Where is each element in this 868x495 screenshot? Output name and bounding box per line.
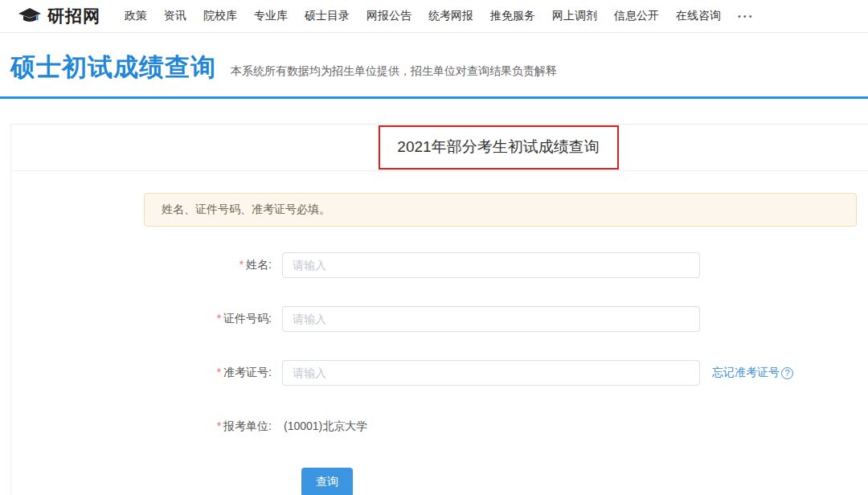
nav-item-major-library[interactable]: 专业库: [254, 9, 288, 23]
required-fields-notice: 姓名、证件号码、准考证号必填。: [144, 193, 857, 227]
page-subtitle: 本系统所有数据均为招生单位提供，招生单位对查询结果负责解释: [231, 64, 557, 79]
nav-menu: 政策 资讯 院校库 专业库 硕士目录 网报公告 统考网报 推免服务 网上调剂 信…: [125, 9, 755, 23]
logo-text: 研招网: [47, 5, 100, 27]
forgot-ticket-link[interactable]: 忘记准考证号 ?: [712, 366, 793, 380]
submit-row: 查询: [11, 468, 868, 495]
page-title: 硕士初试成绩查询: [10, 51, 216, 84]
top-nav-bar: 研招网 政策 资讯 院校库 专业库 硕士目录 网报公告 统考网报 推免服务 网上…: [0, 0, 868, 33]
nav-item-online-adjustment[interactable]: 网上调剂: [552, 9, 597, 23]
nav-item-online-consult[interactable]: 在线咨询: [676, 9, 721, 23]
required-asterisk: *: [217, 366, 221, 378]
panel-title: 2021年部分考生初试成绩查询: [397, 137, 599, 158]
query-panel: 2021年部分考生初试成绩查询 姓名、证件号码、准考证号必填。 *姓名: *证件…: [10, 124, 868, 495]
form-row-id-number: *证件号码:: [11, 306, 868, 332]
nav-item-online-report-notice[interactable]: 网报公告: [366, 9, 411, 23]
nav-item-exempt-service[interactable]: 推免服务: [490, 9, 535, 23]
ticket-number-input[interactable]: [282, 360, 700, 386]
nav-item-unified-exam-report[interactable]: 统考网报: [428, 9, 473, 23]
target-unit-label: *报考单位:: [11, 419, 276, 434]
nav-more-dots-icon[interactable]: •••: [738, 11, 755, 21]
help-circle-icon[interactable]: ?: [781, 367, 793, 379]
required-asterisk: *: [217, 312, 221, 325]
required-asterisk: *: [217, 419, 221, 432]
blue-divider: [0, 96, 868, 99]
site-logo[interactable]: 研招网: [18, 5, 100, 27]
form-row-target-unit: *报考单位: (10001)北京大学: [11, 414, 868, 440]
target-unit-value: (10001)北京大学: [284, 419, 367, 434]
required-asterisk: *: [240, 258, 244, 271]
nav-item-policy[interactable]: 政策: [125, 9, 147, 23]
form-row-ticket-number: *准考证号: 忘记准考证号 ?: [11, 360, 868, 386]
query-button[interactable]: 查询: [301, 468, 353, 495]
name-input[interactable]: [282, 252, 700, 278]
form-row-name: *姓名:: [11, 252, 868, 278]
page-heading: 硕士初试成绩查询 本系统所有数据均为招生单位提供，招生单位对查询结果负责解释: [0, 33, 868, 84]
nav-item-info-disclosure[interactable]: 信息公开: [614, 9, 659, 23]
id-number-label: *证件号码:: [11, 312, 276, 326]
panel-header: 2021年部分考生初试成绩查询: [11, 125, 868, 171]
panel-body: 姓名、证件号码、准考证号必填。 *姓名: *证件号码: *准考证号: 忘记准考证…: [11, 171, 868, 495]
nav-item-master-catalog[interactable]: 硕士目录: [305, 9, 350, 23]
red-annotation-box: 2021年部分考生初试成绩查询: [379, 125, 619, 170]
id-number-input[interactable]: [282, 306, 700, 332]
graduation-cap-icon: [18, 7, 47, 25]
nav-item-college-library[interactable]: 院校库: [203, 9, 237, 23]
name-label: *姓名:: [11, 258, 276, 272]
nav-item-news[interactable]: 资讯: [164, 9, 186, 23]
ticket-number-label: *准考证号:: [11, 366, 276, 380]
